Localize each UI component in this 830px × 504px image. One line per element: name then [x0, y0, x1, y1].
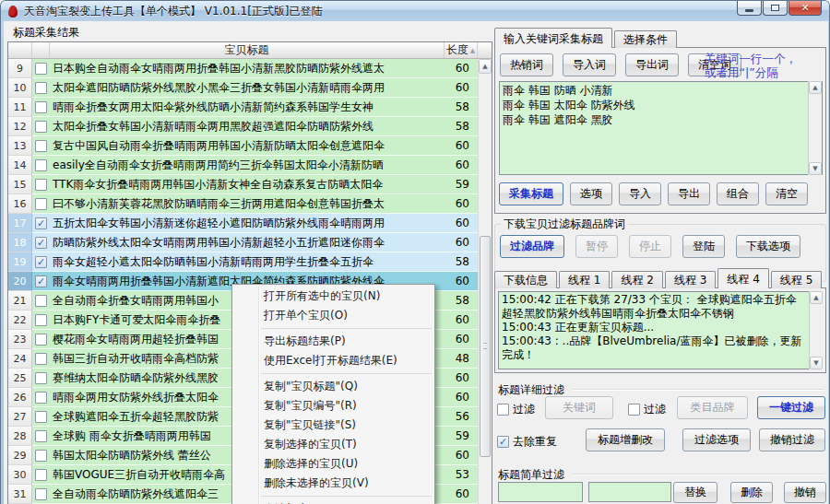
collect-button-1[interactable]: 选项	[570, 182, 612, 205]
row-checkbox[interactable]	[32, 388, 50, 407]
menu-item[interactable]: 使用Excel打开标题结果(E)	[232, 351, 434, 370]
table-row[interactable]: 9日本购全自动雨伞女晴雨两用折叠韩国小清新黑胶防晒防紫外线遮太60	[8, 59, 478, 78]
title-bar[interactable]: 天音淘宝裂变上传工具【单个模式】 V1.01.1[正式版]已登陆 ✕	[1, 1, 829, 21]
row-checkbox[interactable]: ✓	[32, 272, 50, 291]
header-title[interactable]: 宝贝标题	[50, 42, 445, 58]
filter-keyword-checkbox[interactable]: 过滤	[497, 402, 535, 417]
row-checkbox[interactable]	[32, 291, 50, 311]
thread-tab-1[interactable]: 线程 1	[559, 271, 610, 288]
collect-button-4[interactable]: 组合	[717, 182, 759, 205]
maximize-button[interactable]	[763, 1, 788, 16]
thread-tab-3[interactable]: 线程 3	[665, 271, 716, 288]
download-button-3[interactable]: 登陆	[682, 235, 725, 258]
menu-item[interactable]: 复制"宝贝链接"(S)	[232, 416, 434, 435]
menu-item[interactable]: 复制选择的宝贝(T)	[232, 435, 434, 454]
scrollbar-thumb[interactable]	[480, 236, 491, 457]
close-button[interactable]: ✕	[788, 1, 822, 16]
scroll-up-icon[interactable]: ▲	[810, 291, 823, 304]
row-checkbox[interactable]	[32, 427, 50, 446]
row-checkbox[interactable]	[32, 98, 50, 117]
menu-item[interactable]: 复制"宝贝标题"(Q)	[232, 377, 434, 396]
row-checkbox[interactable]	[32, 369, 50, 388]
word-button-1[interactable]: 导入词	[563, 53, 616, 76]
row-checkbox[interactable]	[32, 407, 50, 427]
keyword-tab-0[interactable]: 输入关键词采集标题	[494, 28, 612, 48]
download-button-0[interactable]: 过滤品牌	[500, 235, 564, 258]
scroll-down-icon[interactable]: ▼	[810, 357, 823, 369]
row-checkbox[interactable]	[32, 59, 50, 78]
menu-item[interactable]: 打开单个宝贝(O)	[232, 306, 434, 325]
row-checkbox[interactable]	[32, 136, 50, 156]
row-checkbox[interactable]: ✓	[32, 233, 50, 252]
replace-input[interactable]	[588, 482, 671, 502]
dedupe-checkbox[interactable]: ✓ 去除重复	[497, 434, 557, 450]
header-length[interactable]: 长度 ▲	[445, 42, 478, 58]
thread-tab-5[interactable]: 线程 5	[771, 271, 822, 288]
delete-button[interactable]: 删除	[730, 482, 773, 503]
collect-button-5[interactable]: 清空	[765, 182, 808, 205]
row-checkbox[interactable]	[32, 117, 50, 136]
table-row[interactable]: 13复古中国风自动雨伞折叠晴雨两用韩国小清新防晒太阳伞创意遮阳伞60	[8, 136, 478, 156]
undo-button[interactable]: 撤销	[784, 482, 826, 503]
filter-category-checkbox[interactable]: 过滤	[628, 402, 666, 417]
table-row[interactable]: 16曰不够小清新芙蓉花黑胶防晒晴雨伞三折两用遮阳伞创意韩国折叠太60	[8, 194, 478, 214]
menu-item[interactable]: 复制"宝贝编号"(R)	[232, 396, 434, 416]
keyword-tab-1[interactable]: 选择条件	[614, 30, 677, 48]
table-row[interactable]: 12太阳伞折叠女韩国小清新晴雨伞两用黑胶超强遮阳伞防晒防紫外线58	[8, 117, 478, 136]
collect-button-3[interactable]: 导出	[668, 182, 710, 205]
word-button-2[interactable]: 导出词	[625, 53, 679, 76]
keyword-textarea[interactable]: 雨伞 韩国 防晒 小清新雨伞 韩国 太阳伞 防紫外线雨伞 韩国 遮阳伞 黑胶	[499, 81, 823, 175]
row-checkbox[interactable]	[32, 156, 50, 175]
table-row[interactable]: 14easily全自动雨伞女折叠晴雨两用简约三折伞韩国太阳伞小清新防晒60	[8, 156, 478, 175]
thread-tab-4[interactable]: 线程 4	[717, 268, 768, 288]
row-checkbox[interactable]	[32, 78, 50, 98]
row-checkbox[interactable]	[32, 465, 50, 485]
collect-button-2[interactable]: 导入	[619, 182, 661, 205]
menu-item[interactable]: 导出标题结果(P)	[232, 332, 434, 351]
row-checkbox[interactable]	[32, 194, 50, 214]
row-length: 48	[445, 349, 478, 369]
word-button-0[interactable]: 热销词	[500, 53, 553, 76]
menu-item[interactable]: 删除选择的宝贝(U)	[232, 454, 434, 474]
row-checkbox[interactable]	[32, 311, 50, 330]
table-row[interactable]: 11晴雨伞折叠女两用太阳伞紫外线防晒小清新简约森系韩国学生女神58	[8, 98, 478, 117]
find-input[interactable]	[498, 482, 583, 502]
download-button-4[interactable]: 下载选项	[736, 235, 800, 258]
log-scrollbar[interactable]: ▲ ▼	[809, 291, 823, 369]
table-row[interactable]: 18✓防晒防紫外线太阳伞女晴雨两用韩国小清新超轻小五折遮阳迷你雨伞60	[8, 233, 478, 252]
collect-button-0[interactable]: 采集标题	[499, 182, 563, 205]
menu-item[interactable]: 全选(W)	[232, 499, 434, 504]
row-checkbox[interactable]	[32, 446, 50, 465]
one-key-filter-button[interactable]: 一键过滤	[757, 396, 825, 419]
row-checkbox[interactable]	[32, 485, 50, 504]
thread-tab-2[interactable]: 线程 2	[611, 271, 662, 288]
table-row[interactable]: 17✓五折太阳伞女韩国小清新迷你超轻小遮阳防晒防紫外线雨伞晴雨两用60	[8, 214, 478, 233]
title-edit-button[interactable]: 标题增删改	[586, 428, 665, 451]
menu-item[interactable]: 打开所有选中的宝贝(N)	[232, 287, 434, 306]
scroll-down-icon[interactable]: ▼	[809, 162, 822, 175]
keyword-scrollbar[interactable]: ▲ ▼	[808, 81, 822, 175]
scroll-up-icon[interactable]: ▲	[809, 81, 822, 94]
scroll-up-icon[interactable]: ▲	[479, 59, 492, 74]
table-scrollbar[interactable]: ▲	[478, 59, 492, 504]
table-row[interactable]: 15TTK雨伞女折叠晴雨两用韩国小清新女神全自动森系复古防晒太阳伞59	[8, 175, 478, 194]
row-checkbox[interactable]	[32, 330, 50, 349]
row-checkbox[interactable]: ✓	[32, 252, 50, 272]
row-checkbox[interactable]	[32, 349, 50, 369]
table-row[interactable]: 10太阳伞遮阳防晒防紫外线黑胶小黑伞三折叠女韩国小清新晴雨伞两用60	[8, 78, 478, 98]
minimize-button[interactable]	[737, 1, 762, 16]
thread-tab-0[interactable]: 下载信息	[494, 271, 557, 288]
menu-item[interactable]: 删除未选择的宝贝(V)	[232, 474, 434, 493]
checkbox-icon	[35, 372, 47, 384]
header-row-number	[8, 42, 32, 58]
replace-button[interactable]: 替换	[673, 482, 717, 503]
table-row[interactable]: 19✓雨伞女超轻小遮太阳伞防晒韩国小清新晴雨两用学生折叠伞五折伞58	[8, 252, 478, 272]
filter-options-button[interactable]: 过滤选项	[682, 428, 751, 451]
table-header[interactable]: 宝贝标题 长度 ▲	[8, 42, 492, 59]
row-length: 60	[445, 214, 478, 233]
row-checkbox[interactable]: ✓	[32, 214, 50, 233]
checkbox-icon	[35, 411, 47, 423]
row-checkbox[interactable]	[32, 175, 50, 194]
download-log[interactable]: 15:00:42 正在下载第 27/33 个宝贝： 全球购遮阳伞五折伞超轻黑胶防…	[498, 291, 823, 369]
undo-filter-button[interactable]: 撤销过滤	[759, 428, 825, 451]
